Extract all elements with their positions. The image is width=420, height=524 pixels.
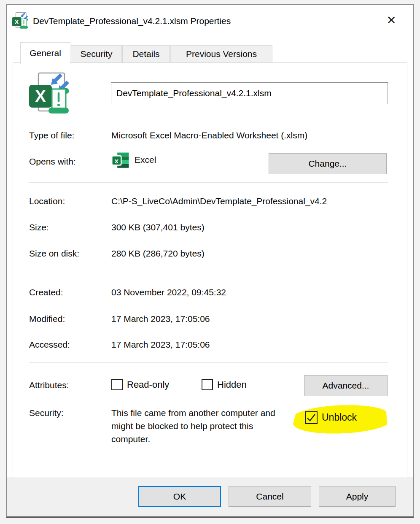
read-only-checkbox[interactable] [111,379,123,390]
security-label: Security: [29,408,64,418]
window-title: DevTemplate_Professional_v4.2.1.xlsm Pro… [33,16,231,26]
advanced-button[interactable]: Advanced... [304,375,388,396]
ok-button[interactable]: OK [138,486,221,507]
svg-text:x: x [115,157,119,165]
divider [29,182,388,183]
tab-security[interactable]: Security [71,45,122,63]
divider [29,118,388,118]
svg-text:X: X [14,18,19,25]
size-value: 300 KB (307,401 bytes) [111,222,205,232]
general-tab-page: X Type of file: Microsoft Excel Macro-En… [13,62,407,478]
created-label: Created: [29,287,63,297]
created-value: 03 November 2022, 09:45:32 [111,287,226,297]
opens-with-label: Opens with: [29,157,76,167]
divider [29,362,388,363]
tab-general[interactable]: General [20,42,70,64]
hidden-label: Hidden [217,379,247,390]
close-button[interactable]: ✕ [380,10,403,30]
read-only-label: Read-only [127,379,169,390]
size-on-disk-value: 280 KB (286,720 bytes) [111,248,205,259]
location-value: C:\P-S_LiveCo\Admin\DevTemplate_Professi… [111,196,327,206]
modified-label: Modified: [29,314,65,324]
tab-previous-versions[interactable]: Previous Versions [170,45,272,63]
tab-details[interactable]: Details [122,45,170,63]
change-button[interactable]: Change... [269,153,387,174]
size-label: Size: [29,222,49,232]
tab-general-label: General [30,48,61,58]
check-icon [306,412,317,423]
close-icon: ✕ [387,14,396,27]
tab-details-label: Details [132,49,159,59]
xlsm-file-icon: X [12,12,31,31]
attributes-label: Attributes: [29,380,69,390]
type-of-file-value: Microsoft Excel Macro-Enabled Worksheet … [111,130,307,140]
xlsm-file-icon-large: X [28,71,77,120]
filename-input[interactable] [111,82,388,104]
opens-with-app: Excel [135,155,156,165]
unblock-checkbox[interactable] [305,411,318,424]
svg-text:X: X [35,87,46,105]
tab-security-label: Security [81,49,113,59]
unblock-label: Unblock [322,412,357,423]
apply-button[interactable]: Apply [319,486,396,507]
divider [29,277,388,277]
hidden-checkbox[interactable] [202,379,213,390]
properties-dialog: X DevTemplate_Professional_v4.2.1.xlsm P… [6,4,414,518]
security-message: This file came from another computer and… [111,406,288,446]
title-bar: X DevTemplate_Professional_v4.2.1.xlsm P… [7,5,413,42]
dialog-footer: OK Cancel Apply [7,477,413,516]
excel-app-icon: x [111,151,130,170]
type-of-file-label: Type of file: [29,130,74,140]
accessed-value: 17 March 2023, 17:05:06 [111,340,210,350]
modified-value: 17 March 2023, 17:05:06 [111,314,210,324]
tab-previous-versions-label: Previous Versions [186,49,257,59]
location-label: Location: [29,196,65,206]
size-on-disk-label: Size on disk: [29,248,79,259]
accessed-label: Accessed: [29,340,70,350]
cancel-button[interactable]: Cancel [229,486,311,507]
